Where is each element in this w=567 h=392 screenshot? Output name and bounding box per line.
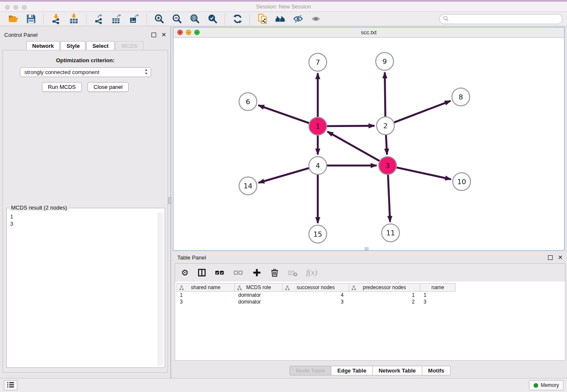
column-header-predecessor-nodes[interactable]: predecessor nodes — [349, 283, 420, 292]
add-column-button[interactable] — [252, 267, 261, 278]
column-header-successor-nodes[interactable]: successor nodes — [283, 283, 349, 292]
node-2[interactable]: 2 — [377, 117, 394, 135]
memory-button[interactable]: Memory — [529, 380, 564, 390]
criterion-select[interactable]: strongly connected component — [20, 67, 151, 77]
task-history-button[interactable] — [4, 380, 17, 390]
network-minimize-button[interactable]: − — [186, 30, 191, 35]
cell-MCDS-role[interactable]: dominator — [235, 299, 283, 305]
refresh-button[interactable] — [231, 13, 244, 25]
cell-predecessor-nodes[interactable]: 2 — [349, 299, 420, 305]
mcds-result-scrollbar[interactable] — [158, 213, 163, 366]
network-zoom-button[interactable]: + — [194, 30, 200, 35]
import-table-button[interactable] — [67, 13, 80, 25]
table-panel: Table Panel ✕ ⚙f(x) shared nameMCDS role… — [173, 252, 567, 378]
window-controls[interactable] — [5, 5, 27, 10]
export-network-button[interactable] — [92, 13, 105, 25]
plus-icon — [252, 268, 261, 277]
search-box[interactable] — [439, 14, 563, 24]
tab-network[interactable]: Network — [26, 41, 60, 50]
table-rows: 1dominator4113dominator323 — [176, 292, 565, 305]
tab-select[interactable]: Select — [86, 41, 114, 50]
table-row[interactable]: 1dominator411 — [176, 292, 565, 298]
network-close-button[interactable]: ✕ — [177, 30, 183, 35]
tab-node-table[interactable]: Node Table — [289, 366, 331, 375]
zoom-in-button[interactable] — [153, 13, 165, 25]
column-header-name[interactable]: name — [420, 283, 456, 292]
import-network-button[interactable] — [50, 13, 62, 25]
table-tabs: Node TableEdge TableNetwork TableMotifs — [173, 366, 567, 375]
cell-name[interactable]: 1 — [420, 292, 456, 298]
table-panel-title: Table Panel — [177, 254, 548, 261]
hide-selected-button[interactable] — [292, 13, 304, 25]
minimize-window-button[interactable] — [14, 5, 18, 10]
edge-1-6[interactable] — [259, 105, 318, 126]
panel-splitter-handle[interactable] — [168, 197, 171, 204]
cell-shared-name[interactable]: 3 — [176, 299, 235, 305]
search-input[interactable] — [451, 15, 562, 23]
node-4[interactable]: 4 — [309, 157, 327, 174]
svg-text:2: 2 — [383, 122, 388, 130]
node-3[interactable]: 3 — [379, 157, 396, 174]
clone-document-icon — [257, 14, 268, 24]
node-11[interactable]: 11 — [382, 224, 399, 242]
tab-motifs[interactable]: Motifs — [422, 366, 451, 375]
zoom-out-button[interactable] — [171, 13, 183, 25]
table-row[interactable]: 3dominator323 — [176, 298, 565, 305]
show-all-button[interactable] — [309, 13, 322, 25]
table-float-panel-icon[interactable] — [548, 255, 553, 260]
tab-style[interactable]: Style — [61, 41, 85, 50]
run-mcds-button[interactable]: Run MCDS — [42, 82, 82, 92]
export-table-button[interactable] — [110, 13, 123, 25]
network-canvas[interactable]: 1234678910111415 — [173, 38, 564, 250]
select-all-rows-button[interactable] — [215, 267, 225, 278]
zoom-fit-button[interactable] — [188, 13, 201, 25]
tab-edge-table[interactable]: Edge Table — [331, 366, 372, 375]
zoom-window-button[interactable] — [22, 5, 27, 10]
cell-predecessor-nodes[interactable]: 1 — [349, 292, 420, 298]
edge-3-10[interactable] — [388, 166, 451, 179]
table-close-panel-icon[interactable]: ✕ — [558, 255, 563, 260]
column-header-MCDS-role[interactable]: MCDS role — [235, 283, 283, 292]
tab-mcds[interactable]: MCDS — [116, 41, 143, 50]
deselect-all-rows-button[interactable] — [234, 267, 244, 278]
export-image-button[interactable] — [128, 13, 140, 25]
node-8[interactable]: 8 — [452, 88, 470, 106]
table-settings-button[interactable]: ⚙ — [181, 267, 189, 278]
edge-2-8[interactable] — [385, 101, 451, 126]
cell-successor-nodes[interactable]: 3 — [283, 299, 349, 305]
eye-icon — [311, 14, 321, 24]
cell-name[interactable]: 3 — [420, 299, 456, 305]
node-10[interactable]: 10 — [453, 173, 471, 190]
save-session-button[interactable] — [25, 13, 37, 25]
cell-shared-name[interactable]: 1 — [176, 292, 235, 298]
svg-text:3: 3 — [385, 162, 390, 170]
node-15[interactable]: 15 — [309, 225, 327, 243]
svg-text:10: 10 — [457, 178, 466, 186]
criterion-value: strongly connected component — [25, 69, 144, 75]
float-panel-icon[interactable] — [151, 33, 156, 37]
column-header-shared-name[interactable]: shared name — [176, 283, 235, 292]
zoom-selected-button[interactable] — [206, 13, 219, 25]
cell-MCDS-role[interactable]: dominator — [235, 292, 283, 298]
close-panel-button[interactable]: Close panel — [88, 82, 129, 92]
svg-text:7: 7 — [316, 58, 320, 66]
node-14[interactable]: 14 — [239, 177, 257, 195]
mcds-result-text[interactable]: 1 3 — [8, 213, 157, 366]
node-9[interactable]: 9 — [376, 52, 394, 70]
open-session-button[interactable] — [7, 13, 19, 25]
node-6[interactable]: 6 — [239, 93, 257, 110]
refresh-icon — [232, 14, 243, 24]
svg-text:6: 6 — [246, 98, 250, 106]
delete-column-button[interactable] — [270, 267, 279, 278]
clone-network-button[interactable] — [256, 13, 269, 25]
canvas-splitter-handle[interactable] — [365, 247, 369, 250]
close-panel-icon[interactable]: ✕ — [161, 33, 166, 37]
node-7[interactable]: 7 — [309, 53, 327, 71]
close-window-button[interactable] — [5, 5, 10, 10]
tab-network-table[interactable]: Network Table — [373, 366, 422, 375]
node-1[interactable]: 1 — [309, 117, 327, 135]
edge-3-1[interactable] — [328, 132, 388, 166]
cell-successor-nodes[interactable]: 4 — [283, 292, 349, 298]
column-view-button[interactable] — [197, 267, 206, 278]
first-neighbors-button[interactable] — [274, 13, 286, 25]
